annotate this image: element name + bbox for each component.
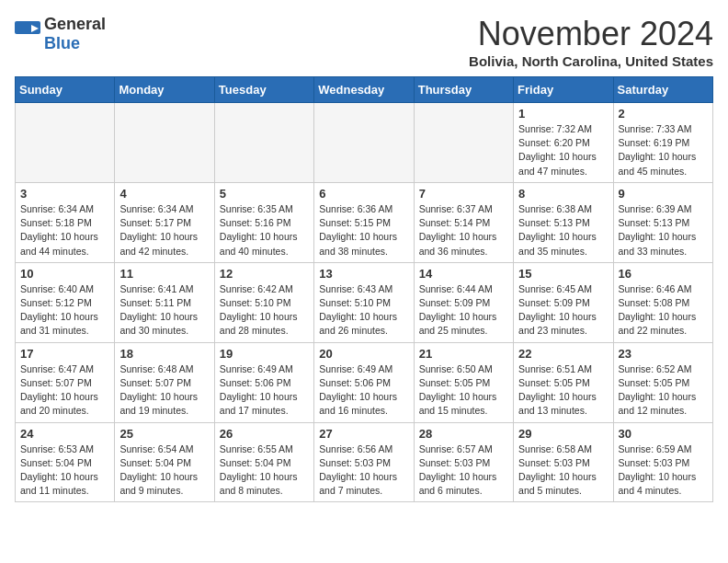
month-title: November 2024 (469, 15, 713, 53)
logo: General Blue (15, 15, 106, 53)
day-number: 1 (518, 107, 608, 121)
day-number: 9 (619, 187, 708, 201)
day-info: Sunrise: 6:51 AM Sunset: 5:05 PM Dayligh… (518, 362, 608, 419)
calendar-cell: 6Sunrise: 6:36 AM Sunset: 5:15 PM Daylig… (314, 182, 414, 262)
day-info: Sunrise: 6:45 AM Sunset: 5:09 PM Dayligh… (518, 282, 608, 339)
day-number: 20 (319, 347, 408, 361)
calendar-body: 1Sunrise: 7:32 AM Sunset: 6:20 PM Daylig… (16, 103, 713, 502)
calendar-week-0: 1Sunrise: 7:32 AM Sunset: 6:20 PM Daylig… (16, 103, 713, 183)
calendar-header: Sunday Monday Tuesday Wednesday Thursday… (16, 77, 713, 103)
day-number: 19 (220, 347, 309, 361)
header-thursday: Thursday (414, 77, 513, 103)
calendar-cell: 13Sunrise: 6:43 AM Sunset: 5:10 PM Dayli… (314, 262, 414, 342)
day-info: Sunrise: 6:34 AM Sunset: 5:18 PM Dayligh… (20, 202, 109, 259)
day-info: Sunrise: 6:53 AM Sunset: 5:04 PM Dayligh… (20, 442, 109, 499)
calendar-cell (314, 103, 414, 183)
day-number: 24 (20, 427, 109, 441)
day-info: Sunrise: 6:34 AM Sunset: 5:17 PM Dayligh… (119, 202, 209, 259)
day-info: Sunrise: 6:43 AM Sunset: 5:10 PM Dayligh… (319, 282, 408, 339)
header-friday: Friday (514, 77, 613, 103)
day-number: 26 (220, 427, 309, 441)
logo-general: General (44, 15, 106, 33)
calendar-cell: 14Sunrise: 6:44 AM Sunset: 5:09 PM Dayli… (414, 262, 513, 342)
day-info: Sunrise: 7:32 AM Sunset: 6:20 PM Dayligh… (518, 122, 608, 178)
day-info: Sunrise: 6:39 AM Sunset: 5:13 PM Dayligh… (619, 202, 708, 259)
day-info: Sunrise: 6:44 AM Sunset: 5:09 PM Dayligh… (419, 282, 508, 339)
day-info: Sunrise: 6:40 AM Sunset: 5:12 PM Dayligh… (20, 282, 109, 339)
page-header: General Blue November 2024 Bolivia, Nort… (15, 15, 713, 69)
header-saturday: Saturday (613, 77, 712, 103)
day-number: 4 (119, 187, 209, 201)
day-number: 15 (518, 267, 608, 281)
day-number: 5 (220, 187, 309, 201)
calendar-cell (214, 103, 313, 183)
calendar-cell: 23Sunrise: 6:52 AM Sunset: 5:05 PM Dayli… (613, 342, 712, 422)
day-number: 8 (518, 187, 608, 201)
day-number: 18 (119, 347, 209, 361)
day-info: Sunrise: 6:35 AM Sunset: 5:16 PM Dayligh… (220, 202, 309, 259)
calendar-cell: 24Sunrise: 6:53 AM Sunset: 5:04 PM Dayli… (16, 422, 115, 502)
day-info: Sunrise: 7:33 AM Sunset: 6:19 PM Dayligh… (619, 122, 708, 178)
day-number: 22 (518, 347, 608, 361)
calendar-cell (16, 103, 115, 183)
day-info: Sunrise: 6:54 AM Sunset: 5:04 PM Dayligh… (119, 442, 209, 499)
calendar-cell: 26Sunrise: 6:55 AM Sunset: 5:04 PM Dayli… (214, 422, 313, 502)
calendar-cell (115, 103, 214, 183)
svg-rect-1 (15, 34, 40, 47)
calendar-cell: 12Sunrise: 6:42 AM Sunset: 5:10 PM Dayli… (214, 262, 313, 342)
day-info: Sunrise: 6:49 AM Sunset: 5:06 PM Dayligh… (220, 362, 309, 419)
day-number: 21 (419, 347, 508, 361)
calendar-cell: 19Sunrise: 6:49 AM Sunset: 5:06 PM Dayli… (214, 342, 313, 422)
calendar-cell: 25Sunrise: 6:54 AM Sunset: 5:04 PM Dayli… (115, 422, 214, 502)
calendar-week-2: 10Sunrise: 6:40 AM Sunset: 5:12 PM Dayli… (16, 262, 713, 342)
day-number: 25 (119, 427, 209, 441)
calendar-cell: 1Sunrise: 7:32 AM Sunset: 6:20 PM Daylig… (514, 103, 613, 183)
day-number: 30 (619, 427, 708, 441)
day-number: 23 (619, 347, 708, 361)
day-number: 11 (119, 267, 209, 281)
day-info: Sunrise: 6:49 AM Sunset: 5:06 PM Dayligh… (319, 362, 408, 419)
day-number: 3 (20, 187, 109, 201)
day-number: 14 (419, 267, 508, 281)
calendar-cell: 22Sunrise: 6:51 AM Sunset: 5:05 PM Dayli… (514, 342, 613, 422)
logo-blue: Blue (44, 34, 80, 52)
calendar-cell: 8Sunrise: 6:38 AM Sunset: 5:13 PM Daylig… (514, 182, 613, 262)
calendar-cell: 30Sunrise: 6:59 AM Sunset: 5:03 PM Dayli… (613, 422, 712, 502)
calendar-week-1: 3Sunrise: 6:34 AM Sunset: 5:18 PM Daylig… (16, 182, 713, 262)
calendar-cell: 15Sunrise: 6:45 AM Sunset: 5:09 PM Dayli… (514, 262, 613, 342)
day-number: 13 (319, 267, 408, 281)
header-tuesday: Tuesday (214, 77, 313, 103)
day-info: Sunrise: 6:42 AM Sunset: 5:10 PM Dayligh… (220, 282, 309, 339)
day-number: 12 (220, 267, 309, 281)
day-info: Sunrise: 6:59 AM Sunset: 5:03 PM Dayligh… (619, 442, 708, 499)
day-info: Sunrise: 6:47 AM Sunset: 5:07 PM Dayligh… (20, 362, 109, 419)
calendar-cell: 2Sunrise: 7:33 AM Sunset: 6:19 PM Daylig… (613, 103, 712, 183)
day-number: 17 (20, 347, 109, 361)
calendar-cell: 20Sunrise: 6:49 AM Sunset: 5:06 PM Dayli… (314, 342, 414, 422)
day-info: Sunrise: 6:36 AM Sunset: 5:15 PM Dayligh… (319, 202, 408, 259)
calendar-cell: 21Sunrise: 6:50 AM Sunset: 5:05 PM Dayli… (414, 342, 513, 422)
header-monday: Monday (115, 77, 214, 103)
day-info: Sunrise: 6:41 AM Sunset: 5:11 PM Dayligh… (119, 282, 209, 339)
day-info: Sunrise: 6:48 AM Sunset: 5:07 PM Dayligh… (119, 362, 209, 419)
calendar-week-3: 17Sunrise: 6:47 AM Sunset: 5:07 PM Dayli… (16, 342, 713, 422)
calendar-cell (414, 103, 513, 183)
calendar-table: Sunday Monday Tuesday Wednesday Thursday… (15, 76, 713, 502)
day-number: 16 (619, 267, 708, 281)
calendar-cell: 17Sunrise: 6:47 AM Sunset: 5:07 PM Dayli… (16, 342, 115, 422)
day-info: Sunrise: 6:57 AM Sunset: 5:03 PM Dayligh… (419, 442, 508, 499)
day-number: 7 (419, 187, 508, 201)
header-sunday: Sunday (16, 77, 115, 103)
weekday-header-row: Sunday Monday Tuesday Wednesday Thursday… (16, 77, 713, 103)
day-info: Sunrise: 6:37 AM Sunset: 5:14 PM Dayligh… (419, 202, 508, 259)
day-number: 2 (619, 107, 708, 121)
calendar-cell: 28Sunrise: 6:57 AM Sunset: 5:03 PM Dayli… (414, 422, 513, 502)
calendar-cell: 4Sunrise: 6:34 AM Sunset: 5:17 PM Daylig… (115, 182, 214, 262)
day-number: 28 (419, 427, 508, 441)
calendar-cell: 7Sunrise: 6:37 AM Sunset: 5:14 PM Daylig… (414, 182, 513, 262)
day-info: Sunrise: 6:56 AM Sunset: 5:03 PM Dayligh… (319, 442, 408, 499)
calendar-week-4: 24Sunrise: 6:53 AM Sunset: 5:04 PM Dayli… (16, 422, 713, 502)
calendar-cell: 9Sunrise: 6:39 AM Sunset: 5:13 PM Daylig… (613, 182, 712, 262)
calendar-cell: 11Sunrise: 6:41 AM Sunset: 5:11 PM Dayli… (115, 262, 214, 342)
calendar-cell: 16Sunrise: 6:46 AM Sunset: 5:08 PM Dayli… (613, 262, 712, 342)
